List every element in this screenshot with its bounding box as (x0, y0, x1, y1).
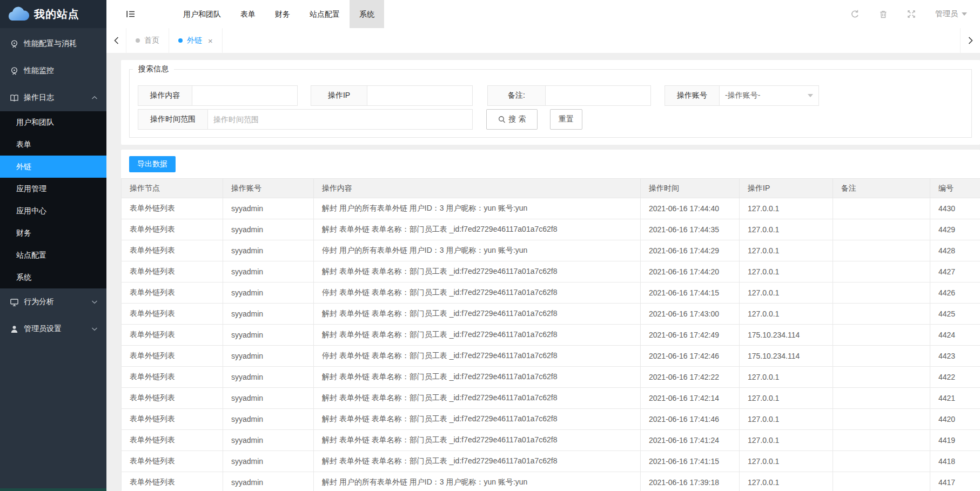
sidebar-subitem-app-center[interactable]: 应用中心 (0, 200, 106, 222)
table-cell: 127.0.0.1 (740, 430, 833, 451)
table-cell: 表单外链列表 (122, 283, 223, 304)
sidebar-item-admin-settings[interactable]: 管理员设置 (0, 315, 106, 342)
nav-item-forms[interactable]: 表单 (231, 0, 265, 28)
table-cell: 解封 表单外链 表单名称：部门员工表 _id:f7ed2729e46117a01… (314, 451, 641, 472)
table-cell: 127.0.0.1 (740, 409, 833, 430)
user-icon (10, 325, 19, 334)
fullscreen-icon[interactable] (907, 10, 916, 18)
nav-item-finance[interactable]: 财务 (265, 0, 300, 28)
table-row: 表单外链列表syyadmin解封 表单外链 表单名称：部门员工表 _id:f7e… (122, 451, 980, 472)
tab-external-links[interactable]: 外链 × (169, 28, 223, 53)
table-cell: 解封 表单外链 表单名称：部门员工表 _id:f7ed2729e46117a01… (314, 388, 641, 409)
sidebar-item-performance-monitor[interactable]: 性能监控 (0, 57, 106, 84)
table-cell: 解封 表单外链 表单名称：部门员工表 _id:f7ed2729e46117a01… (314, 261, 641, 283)
table-cell: 2021-06-16 17:44:20 (641, 261, 740, 283)
table-cell: 表单外链列表 (122, 198, 223, 219)
ip-input[interactable] (367, 85, 473, 106)
chevron-down-icon (91, 327, 98, 331)
table-cell: 127.0.0.1 (740, 283, 833, 304)
book-icon (10, 93, 19, 103)
tabs-scroll-right-icon[interactable] (960, 28, 980, 53)
table-cell: 4429 (930, 219, 980, 240)
log-table-panel: 导出数据 操作节点操作账号操作内容操作时间操作IP备注编号 表单外链列表syya… (121, 150, 980, 491)
tabs-scroll-left-icon[interactable] (106, 28, 126, 53)
export-data-button[interactable]: 导出数据 (129, 156, 176, 172)
table-cell: syyadmin (223, 430, 314, 451)
sidebar-item-performance-config[interactable]: 性能配置与消耗 (0, 30, 106, 57)
user-menu[interactable]: 管理员 (935, 9, 967, 19)
table-cell: 4418 (930, 451, 980, 472)
table-cell: 表单外链列表 (122, 261, 223, 283)
table-cell (833, 261, 930, 283)
table-cell (833, 240, 930, 261)
table-row: 表单外链列表syyadmin停封 用户的所有表单外链 用户ID：3 用户昵称：y… (122, 240, 980, 261)
table-cell: 表单外链列表 (122, 219, 223, 240)
sidebar-subitem-site-config[interactable]: 站点配置 (0, 244, 106, 266)
tab-dot-icon (178, 38, 183, 43)
nav-item-users-teams[interactable]: 用户和团队 (173, 0, 231, 28)
table-row: 表单外链列表syyadmin解封 表单外链 表单名称：部门员工表 _id:f7e… (122, 261, 980, 283)
table-cell: 2021-06-16 17:41:15 (641, 451, 740, 472)
table-cell (833, 304, 930, 325)
sidebar-subitem-forms[interactable]: 表单 (0, 133, 106, 156)
gauge-icon (10, 39, 19, 49)
account-select[interactable]: -操作账号- (720, 85, 819, 106)
sidebar-item-label: 行为分析 (24, 297, 54, 307)
table-cell: 2021-06-16 17:42:46 (641, 346, 740, 367)
table-cell: 4428 (930, 240, 980, 261)
sidebar-item-label: 管理员设置 (24, 324, 62, 334)
table-cell: 2021-06-16 17:44:29 (641, 240, 740, 261)
table-cell: 4424 (930, 325, 980, 346)
table-cell (833, 409, 930, 430)
nav-item-site-config[interactable]: 站点配置 (300, 0, 350, 28)
reset-button[interactable]: 重置 (550, 109, 582, 130)
sidebar-item-label: 操作日志 (24, 93, 54, 103)
table-cell (833, 198, 930, 219)
content-input[interactable] (192, 85, 298, 106)
sidebar-bottom-strip (0, 488, 106, 491)
table-cell (833, 472, 930, 491)
trash-icon[interactable] (879, 10, 888, 19)
table-cell: 4421 (930, 388, 980, 409)
search-button[interactable]: 搜 索 (486, 109, 538, 130)
table-cell: 表单外链列表 (122, 240, 223, 261)
sidebar-subitem-app-management[interactable]: 应用管理 (0, 178, 106, 200)
table-cell: 表单外链列表 (122, 409, 223, 430)
close-tab-icon[interactable]: × (208, 36, 213, 45)
column-header: 操作IP (740, 179, 833, 198)
refresh-icon[interactable] (850, 10, 860, 19)
tab-home[interactable]: 首页 (126, 28, 169, 53)
table-row: 表单外链列表syyadmin解封 用户的所有表单外链 用户ID：3 用户昵称：y… (122, 198, 980, 219)
table-cell: 表单外链列表 (122, 388, 223, 409)
nav-item-system[interactable]: 系统 (350, 0, 384, 28)
sidebar-subitem-external-links[interactable]: 外链 (0, 156, 106, 178)
main-area: 用户和团队 表单 财务 站点配置 系统 (106, 0, 980, 491)
table-cell: 表单外链列表 (122, 367, 223, 388)
sidebar-subitem-system[interactable]: 系统 (0, 266, 106, 288)
table-cell: 表单外链列表 (122, 346, 223, 367)
table-cell: 127.0.0.1 (740, 451, 833, 472)
table-cell (833, 283, 930, 304)
search-field-ip: 操作IP (311, 85, 473, 106)
table-cell: 解封 表单外链 表单名称：部门员工表 _id:f7ed2729e46117a01… (314, 219, 641, 240)
time-range-input[interactable] (208, 109, 473, 130)
tab-label: 首页 (144, 36, 159, 45)
sidebar-item-operation-log[interactable]: 操作日志 (0, 84, 106, 111)
sidebar-subitem-finance[interactable]: 财务 (0, 222, 106, 244)
table-cell: syyadmin (223, 388, 314, 409)
table-cell: 127.0.0.1 (740, 388, 833, 409)
table-row: 表单外链列表syyadmin解封 表单外链 表单名称：部门员工表 _id:f7e… (122, 409, 980, 430)
table-cell: 127.0.0.1 (740, 472, 833, 491)
content-area: 搜索信息 操作内容 操作IP 备注: 操作账号 -操作账号- (106, 53, 980, 491)
sidebar-item-behavior-analysis[interactable]: 行为分析 (0, 288, 106, 315)
top-navbar: 用户和团队 表单 财务 站点配置 系统 (106, 0, 980, 28)
tab-label: 外链 (187, 36, 202, 45)
table-cell: 4419 (930, 430, 980, 451)
account-field-label: 操作账号 (664, 85, 720, 106)
column-header: 操作账号 (223, 179, 314, 198)
note-input[interactable] (546, 85, 651, 106)
brand-logo[interactable]: 我的站点 (0, 0, 106, 28)
sidebar-subitem-users-teams[interactable]: 用户和团队 (0, 111, 106, 133)
collapse-sidebar-icon[interactable] (126, 10, 136, 18)
table-cell: syyadmin (223, 283, 314, 304)
